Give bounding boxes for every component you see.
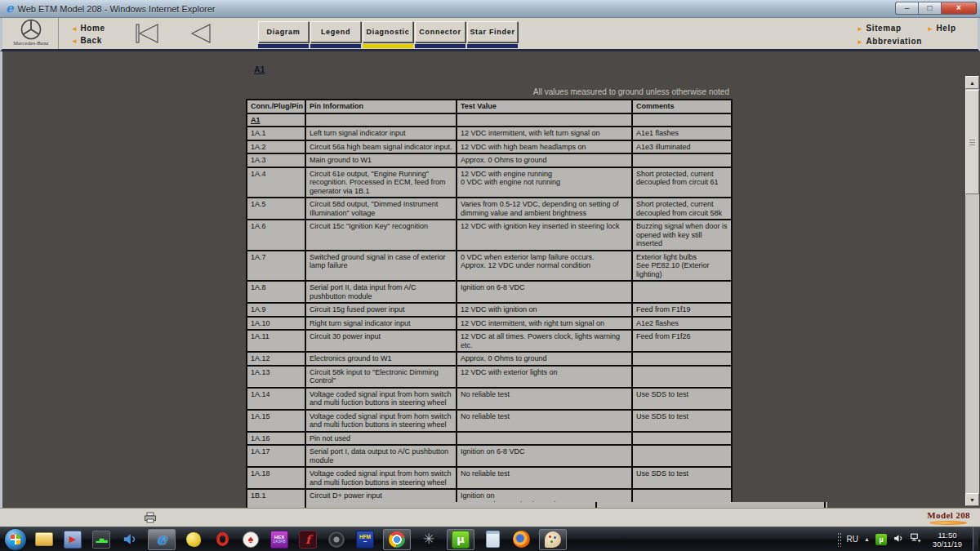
taskbar-icon-flash[interactable]: f [297, 529, 318, 550]
system-tray: RU ▲ µ 11:50 30/11/19 [837, 527, 980, 551]
cell-test-value [457, 113, 632, 127]
taskbar-icon-pokerstars[interactable]: ♠ [240, 529, 261, 550]
taskbar-icon-opera[interactable] [212, 529, 233, 550]
taskbar-icon-dark-wheel[interactable] [326, 529, 347, 550]
taskbar-icon-chrome[interactable] [383, 529, 411, 550]
arrow-bullet-icon: ► [857, 25, 864, 33]
cell-pin-info [305, 113, 457, 127]
table-row: 1A.12 Electronics ground to W1 Approx. 0… [247, 352, 732, 366]
taskbar-icon-calculator[interactable] [482, 529, 503, 550]
speaker-glyph-icon [893, 533, 904, 544]
model-label: Model 208 [927, 510, 970, 520]
arrow-bullet-icon: ◄ [71, 25, 78, 33]
cell-comments [632, 432, 732, 446]
scrollbar-thumb[interactable] [965, 90, 979, 194]
taskbar-icon-explorer-folder[interactable] [33, 529, 55, 550]
home-link[interactable]: ◄Home [71, 24, 105, 33]
vertical-scrollbar[interactable]: ▲ ▼ [965, 76, 979, 506]
table-row: 1A.2 Circuit 56a high beam signal indica… [247, 140, 732, 154]
cell-pin-info: Circuit 15g fused power input [305, 303, 457, 317]
back-link-label: Back [81, 36, 102, 45]
cell-conn: 1A.16 [247, 432, 305, 446]
col-header-conn: Conn./Plug/Pin [247, 100, 305, 113]
cell-conn[interactable]: A1 [247, 113, 305, 127]
go-first-button[interactable] [131, 22, 161, 48]
maximize-button[interactable]: □ [918, 2, 941, 15]
cell-test-value: 12 VDC intermittent, with left turn sign… [457, 127, 632, 140]
taskbar-grip [837, 532, 841, 547]
cell-test-value: 0 VDC when exterior lamp failure occurs.… [457, 251, 632, 282]
table-row: 1A.5 Circuit 58d output, "Dimmed Instrum… [247, 198, 732, 220]
printer-glyph-icon [144, 512, 157, 523]
table-row: 1A.8 Serial port II, data input from A/C… [247, 281, 732, 303]
taskbar-icon-media-player[interactable]: ▶ [62, 529, 83, 550]
screen: e Web ETM Model 208 - Windows Internet E… [0, 0, 980, 551]
cell-conn: 1A.17 [247, 445, 305, 467]
arrow-bullet-icon: ◄ [71, 38, 78, 45]
pin-table-body: A1 1A.1 Left turn signal indicator input… [247, 113, 732, 509]
cell-conn: 1A.14 [247, 388, 305, 410]
cell-pin-info: Circuit 61e output, "Engine Running" rec… [305, 167, 457, 198]
clock[interactable]: 11:50 30/11/19 [928, 531, 967, 549]
clipped-table-strip [321, 502, 827, 508]
print-icon[interactable] [144, 512, 157, 527]
cell-comments [632, 113, 732, 127]
language-indicator[interactable]: RU [847, 535, 858, 544]
taskbar-icon-paint[interactable] [539, 529, 567, 550]
tab-diagnostic[interactable]: Diagnostic [363, 21, 413, 48]
start-button[interactable] [5, 529, 26, 550]
cell-comments [632, 352, 732, 366]
taskbar-icon-system-monitor[interactable]: ▂▅▃ [91, 529, 112, 550]
taskbar-icon-hex-editor[interactable]: HEX1A3FB [269, 529, 290, 550]
table-row: 1A.1 Left turn signal indicator input 12… [247, 127, 732, 140]
tab-legend[interactable]: Legend [310, 21, 361, 48]
show-desktop-button[interactable] [973, 527, 978, 551]
cell-conn: 1A.2 [247, 140, 305, 154]
cell-conn: 1A.6 [247, 220, 305, 251]
cell-test-value: 12 VDC intermittent, with right turn sig… [457, 317, 632, 331]
cell-comments: Exterior light bulbs See PE82.10 (Exteri… [632, 251, 732, 282]
cell-conn: 1A.9 [247, 303, 305, 317]
tray-volume-icon[interactable] [893, 532, 904, 547]
cell-conn: 1A.3 [247, 153, 305, 167]
tab-star-finder[interactable]: Star Finder [467, 21, 518, 48]
show-hidden-icons-icon[interactable]: ▲ [864, 536, 870, 542]
taskbar-icon-yellow-app[interactable] [183, 529, 204, 550]
taskbar-icon-utorrent[interactable]: µ [447, 529, 474, 550]
cell-test-value: No reliable test [457, 467, 632, 489]
help-link[interactable]: ►Help [927, 24, 956, 33]
cell-comments: Buzzing signal when door is opened with … [632, 220, 732, 251]
skip-to-start-icon [131, 22, 161, 45]
back-link[interactable]: ◄Back [71, 36, 102, 45]
cell-test-value: 12 VDC with ignition on [457, 303, 632, 317]
close-button[interactable]: × [941, 2, 977, 15]
tray-network-icon[interactable] [910, 532, 922, 547]
mercedes-star-icon [20, 19, 42, 40]
cell-test-value: 12 VDC with high beam headlamps on [457, 140, 632, 154]
scroll-down-icon[interactable]: ▼ [965, 493, 979, 506]
table-header-row: Conn./Plug/Pin Pin Information Test Valu… [247, 100, 732, 113]
tray-utorrent-icon[interactable]: µ [875, 534, 887, 545]
abbreviation-link[interactable]: ►Abbreviation [857, 37, 922, 46]
tab-underline [258, 44, 309, 48]
diagnostic-frame: A1 All values measured to ground unless … [0, 51, 980, 508]
help-link-label: Help [937, 24, 956, 33]
cell-comments: Short protected, current decoupled from … [632, 198, 732, 220]
go-back-button[interactable] [189, 22, 213, 48]
scroll-up-icon[interactable]: ▲ [965, 76, 979, 89]
tab-connector[interactable]: Connector [415, 21, 466, 48]
section-a1-link[interactable]: A1 [254, 64, 265, 74]
taskbar-icon-internet-explorer[interactable]: e [148, 529, 176, 550]
mercedes-logo-label: Mercedes-Benz [7, 40, 55, 46]
sitemap-link[interactable]: ►Sitemap [857, 24, 902, 33]
taskbar-icon-firefox[interactable] [510, 529, 532, 550]
cell-conn: 1B.1 [247, 489, 305, 508]
taskbar-icon-hfm[interactable]: HFM~ [354, 529, 376, 550]
minimize-button[interactable]: – [895, 2, 918, 15]
taskbar-icon-volume-mixer[interactable] [119, 529, 140, 550]
cell-conn: 1A.4 [247, 167, 305, 198]
table-row: 1A.9 Circuit 15g fused power input 12 VD… [247, 303, 732, 317]
tab-diagram[interactable]: Diagram [258, 21, 309, 48]
taskbar-icon-minesweeper-mine[interactable]: ✳ [418, 529, 439, 550]
cell-test-value [457, 432, 632, 446]
